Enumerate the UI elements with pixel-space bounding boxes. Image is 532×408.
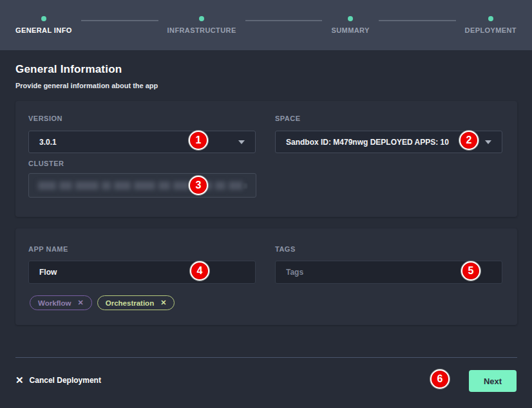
chevron-down-icon xyxy=(238,140,245,144)
cluster-field[interactable] xyxy=(28,173,256,198)
tag-chip-label: Orchestration xyxy=(106,299,154,307)
version-value: 3.0.1 xyxy=(39,138,57,147)
environment-card: VERSION 3.0.1 SPACE Sandbox ID: M479nwg … xyxy=(15,101,517,217)
page-subtitle: Provide general information about the ap… xyxy=(15,82,158,89)
cluster-redacted-icon xyxy=(242,183,247,189)
annotation-badge-2: 2 xyxy=(459,131,479,150)
step-dot-icon xyxy=(488,16,493,21)
tag-chip-workflow[interactable]: Workflow ✕ xyxy=(30,295,92,310)
app-name-input[interactable] xyxy=(28,261,256,284)
cancel-deployment-button[interactable]: ✕ Cancel Deployment xyxy=(15,375,101,385)
annotation-badge-1: 1 xyxy=(189,131,208,150)
footer-divider xyxy=(15,357,517,358)
step-connector xyxy=(81,20,158,21)
annotation-badge-3: 3 xyxy=(189,176,208,195)
tags-label: TAGS xyxy=(275,245,296,253)
annotation-badge-6: 6 xyxy=(430,369,450,389)
deployment-wizard: GENERAL INFO INFRASTRUCTURE SUMMARY DEPL… xyxy=(0,0,532,408)
version-select[interactable]: 3.0.1 xyxy=(28,131,256,153)
step-general-info[interactable]: GENERAL INFO xyxy=(15,16,72,34)
cluster-redacted-value xyxy=(38,181,243,190)
step-summary[interactable]: SUMMARY xyxy=(331,16,369,34)
step-dot-icon xyxy=(348,16,353,21)
step-dot-icon xyxy=(41,16,46,21)
chevron-down-icon xyxy=(485,140,491,144)
tag-chip-orchestration[interactable]: Orchestration ✕ xyxy=(97,295,175,310)
cancel-deployment-label: Cancel Deployment xyxy=(30,376,101,385)
step-label: DEPLOYMENT xyxy=(465,26,517,34)
space-label: SPACE xyxy=(275,115,301,122)
tag-chip-list: Workflow ✕ Orchestration ✕ xyxy=(30,295,175,310)
step-deployment[interactable]: DEPLOYMENT xyxy=(465,16,517,34)
annotation-badge-4: 4 xyxy=(190,261,209,281)
version-label: VERSION xyxy=(28,115,62,122)
app-name-label: APP NAME xyxy=(28,245,68,253)
close-icon: ✕ xyxy=(15,375,24,385)
tag-chip-label: Workflow xyxy=(38,299,71,307)
app-details-card: APP NAME TAGS Workflow ✕ Orchestration ✕ xyxy=(15,228,517,325)
step-connector xyxy=(245,20,323,21)
step-label: INFRASTRUCTURE xyxy=(167,26,236,34)
space-value: Sandbox ID: M479nwg DEPLOYED APPS: 10 xyxy=(286,138,449,147)
remove-tag-icon[interactable]: ✕ xyxy=(78,299,84,307)
step-connector xyxy=(379,20,456,21)
step-label: SUMMARY xyxy=(331,26,369,34)
step-label: GENERAL INFO xyxy=(15,26,72,34)
step-infrastructure[interactable]: INFRASTRUCTURE xyxy=(167,16,236,34)
step-dot-icon xyxy=(199,16,204,21)
next-button[interactable]: Next xyxy=(469,370,517,392)
annotation-badge-5: 5 xyxy=(461,261,480,281)
wizard-stepper: GENERAL INFO INFRASTRUCTURE SUMMARY DEPL… xyxy=(0,0,532,50)
remove-tag-icon[interactable]: ✕ xyxy=(160,299,166,307)
page-title: General Information xyxy=(15,63,122,76)
cluster-label: CLUSTER xyxy=(28,160,64,167)
